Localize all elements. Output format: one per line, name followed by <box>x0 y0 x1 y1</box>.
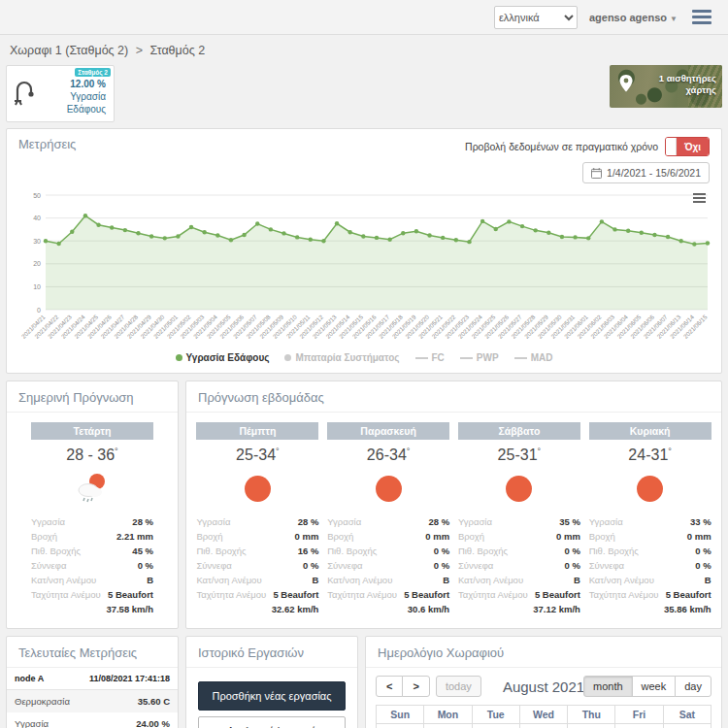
user-menu[interactable]: agenso agenso ▼ <box>589 12 678 23</box>
forecast-stat-row: Πιθ. Βροχής16 % <box>196 544 318 558</box>
sun-icon <box>376 476 402 502</box>
forecast-stat-row: Σύννεφα0 % <box>327 558 449 573</box>
node-name: node A <box>7 668 82 690</box>
forecast-stat-row: Κατ/νση ΑνέμουB <box>327 573 449 587</box>
forecast-stat-value: 2.21 mm <box>116 529 153 544</box>
breadcrumb-parent[interactable]: Χωραφι 1 (Σταθμός 2) <box>10 44 128 57</box>
forecast-day-column: Σάββατο25-31°Υγρασία35 %Βροχή0 mmΠιθ. Βρ… <box>458 422 580 616</box>
forecast-stat-row: Κατ/νση ΑνέμουB <box>589 573 711 587</box>
measurements-header: Μετρήσεις Προβολή δεδομένων σε πραγματικ… <box>7 129 721 183</box>
realtime-toggle[interactable]: Όχι <box>665 137 710 156</box>
language-select[interactable]: ελληνικά <box>494 6 578 29</box>
forecast-stat-row: Σύννεφα0 % <box>31 558 153 573</box>
add-task-button[interactable]: Προσθήκη νέας εργασίας <box>198 681 346 711</box>
field-calendar-title: Ημερολόγιο Χωραφιού <box>366 637 721 668</box>
calendar-day-header: Sat <box>663 706 711 724</box>
calendar-day-cell[interactable]: 5 <box>568 724 615 728</box>
forecast-stat-label: Βροχή <box>458 529 484 544</box>
today-forecast-panel: Σημερινή Πρόγνωση Τετάρτη28 - 36°Υγρασία… <box>6 381 179 629</box>
sun-icon <box>637 476 663 502</box>
forecast-stat-value: 0 % <box>695 558 711 573</box>
forecast-row: Σημερινή Πρόγνωση Τετάρτη28 - 36°Υγρασία… <box>6 381 722 629</box>
svg-text:0: 0 <box>37 307 41 314</box>
top-bar: ελληνικά agenso agenso ▼ <box>0 0 728 35</box>
latest-measurements-panel: Τελευταίες Μετρήσεις node A 11/08/2021 1… <box>6 636 179 728</box>
forecast-stat-row: Βροχή2.21 mm <box>31 529 153 544</box>
forecast-stat-label: Ταχύτητα Ανέμου <box>458 587 528 616</box>
today-forecast-title: Σημερινή Πρόγνωση <box>7 381 178 413</box>
date-range-value: 1/4/2021 - 15/6/2021 <box>607 167 701 179</box>
forecast-stat-value: 0 mm <box>425 529 449 544</box>
forecast-stat-value: B <box>147 573 153 587</box>
station-label-1: Υγρασία <box>38 90 106 103</box>
forecast-temperature: 28 - 36° <box>31 447 153 464</box>
forecast-wind-value: 5 Beaufort32.62 km/h <box>272 587 319 616</box>
forecast-day-column: Τετάρτη28 - 36°Υγρασία28 %Βροχή2.21 mmΠι… <box>31 422 153 616</box>
station-map-row: Σταθμός 2 12.00 % Υγρασία Εδάφους 1 αισθ… <box>0 63 728 128</box>
forecast-stat-label: Κατ/νση Ανέμου <box>327 573 392 587</box>
forecast-stat-row: Υγρασία28 % <box>31 514 153 529</box>
forecast-day-name: Παρασκευή <box>327 422 449 440</box>
forecast-day-name: Σάββατο <box>458 422 580 440</box>
map-thumbnail[interactable]: 1 αισθητήρες χάρτης <box>610 65 722 108</box>
forecast-stat-row: Κατ/νση ΑνέμουB <box>31 573 153 587</box>
forecast-stat-label: Ταχύτητα Ανέμου <box>196 587 266 616</box>
calendar-day-header: Fri <box>615 706 663 724</box>
forecast-stat-label: Κατ/νση Ανέμου <box>196 573 261 587</box>
forecast-stat-label: Υγρασία <box>458 514 492 529</box>
calendar-day-cell[interactable]: 3 <box>472 724 519 728</box>
forecast-stat-value: 0 % <box>434 544 449 558</box>
forecast-day-column: Κυριακή24-31°Υγρασία33 %Βροχή0 mmΠιθ. Βρ… <box>589 422 711 616</box>
breadcrumb: Χωραφι 1 (Σταθμός 2) > Σταθμός 2 <box>0 35 728 63</box>
station-card[interactable]: Σταθμός 2 12.00 % Υγρασία Εδάφους <box>6 65 115 122</box>
forecast-stat-row: Σύννεφα0 % <box>458 558 580 573</box>
forecast-wind-value: 5 Beaufort37.12 km/h <box>533 587 580 616</box>
forecast-stat-label: Βροχή <box>196 529 222 544</box>
chart-context-menu-icon[interactable] <box>691 191 708 205</box>
realtime-label: Προβολή δεδομένων σε πραγματικό χρόνο <box>465 141 658 152</box>
field-calendar-panel: Ημερολόγιο Χωραφιού August 2021 < > toda… <box>365 636 722 728</box>
forecast-stat-label: Υγρασία <box>31 514 65 529</box>
station-badge: Σταθμός 2 <box>75 68 111 77</box>
forecast-stat-label: Σύννεφα <box>196 558 231 573</box>
forecast-stat-value: B <box>443 573 449 587</box>
task-history-button[interactable]: Αναλυτικό Ιστορικό <box>198 716 346 728</box>
forecast-stats: Υγρασία28 %Βροχή2.21 mmΠιθ. Βροχής45 %Σύ… <box>31 514 153 616</box>
calendar-view-day[interactable]: day <box>675 676 711 697</box>
calendar-day-cell[interactable]: 2 <box>424 724 472 728</box>
forecast-stat-row: Υγρασία35 % <box>458 514 580 529</box>
date-range-button[interactable]: 1/4/2021 - 15/6/2021 <box>582 162 710 183</box>
forecast-day-column: Πέμπτη25-34°Υγρασία28 %Βροχή0 mmΠιθ. Βρο… <box>196 422 318 616</box>
calendar-day-cell[interactable]: 7 <box>663 724 711 728</box>
forecast-temperature: 25-34° <box>196 447 318 464</box>
forecast-stat-label: Υγρασία <box>196 514 230 529</box>
calendar-week-row: 1234567 <box>377 724 711 728</box>
measurement-value: 35.60 C <box>82 690 178 713</box>
chart-area: 010203040502021/04/212021/04/222021/04/2… <box>7 183 721 356</box>
forecast-stat-row: Υγρασία28 % <box>327 514 449 529</box>
forecast-stat-row: Υγρασία33 % <box>589 514 711 529</box>
forecast-stat-row: Κατ/νση ΑνέμουB <box>458 573 580 587</box>
user-name: agenso agenso <box>589 12 667 23</box>
forecast-day-column: Παρασκευή26-34°Υγρασία28 %Βροχή0 mmΠιθ. … <box>327 422 449 616</box>
forecast-stats: Υγρασία35 %Βροχή0 mmΠιθ. Βροχής0 %Σύννεφ… <box>458 514 580 616</box>
sun-cloud-rain-icon <box>75 473 110 504</box>
hamburger-menu-icon[interactable] <box>689 7 714 27</box>
latest-measurements-title: Τελευταίες Μετρήσεις <box>7 637 178 668</box>
forecast-weather-icon <box>589 472 711 505</box>
legend-line-icon <box>514 357 527 359</box>
calendar-view-month[interactable]: month <box>583 676 633 697</box>
calendar-view-week[interactable]: week <box>632 676 677 697</box>
map-label: 1 αισθητήρες χάρτης <box>659 73 716 96</box>
calendar-day-cell[interactable]: 6 <box>615 724 663 728</box>
forecast-stat-label: Σύννεφα <box>458 558 493 573</box>
forecast-stat-row: Σύννεφα0 % <box>589 558 711 573</box>
calendar-day-cell[interactable]: 4 <box>519 724 567 728</box>
measurements-chart: 010203040502021/04/212021/04/222021/04/2… <box>17 185 717 352</box>
measurement-label: Υγρασία <box>7 712 82 728</box>
forecast-stat-label: Κατ/νση Ανέμου <box>458 573 523 587</box>
calendar-day-cell[interactable]: 1 <box>377 724 424 728</box>
forecast-wind-value: 5 Beaufort30.6 km/h <box>404 587 449 616</box>
calendar-day-header: Mon <box>424 706 472 724</box>
forecast-stat-value: 0 % <box>434 558 449 573</box>
